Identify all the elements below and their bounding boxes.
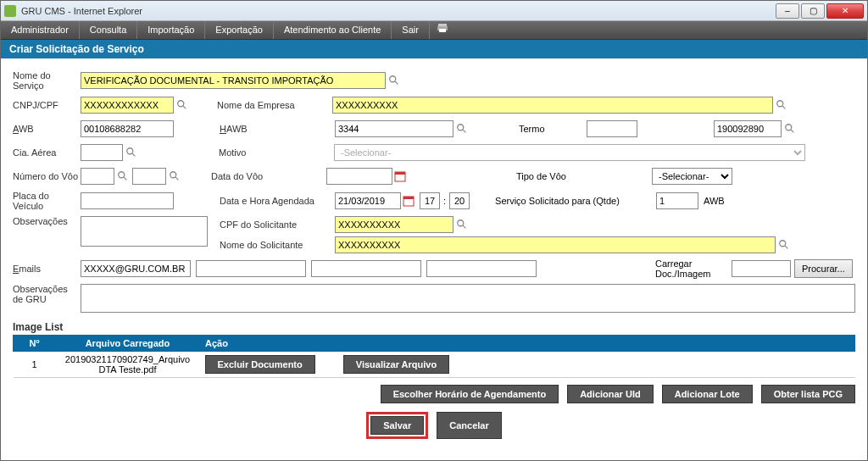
termo-right-field[interactable] (714, 120, 782, 137)
time-colon: : (443, 196, 446, 206)
adicionar-uld-button[interactable]: Adicionar Uld (567, 385, 654, 403)
print-icon[interactable] (430, 21, 455, 39)
label-nome-solicitante: Nome do Solicitante (216, 240, 335, 250)
salvar-button[interactable]: Salvar (370, 416, 424, 435)
email2-field[interactable] (196, 260, 306, 277)
table-row: 1 20190321170902749_Arquivo DTA Teste.pd… (14, 352, 855, 378)
search-icon[interactable] (778, 239, 790, 251)
hora-h-field[interactable] (420, 192, 440, 209)
menu-consulta[interactable]: Consulta (80, 21, 137, 39)
escolher-horario-button[interactable]: Escolher Horário de Agendamento (381, 385, 559, 403)
maximize-button[interactable]: ▢ (801, 3, 825, 19)
svg-point-13 (127, 148, 133, 154)
hawb-field[interactable] (335, 120, 453, 137)
label-cnpj: CNPJ/CPF (13, 100, 81, 110)
calendar-icon[interactable] (394, 170, 406, 182)
close-button[interactable]: ✕ (826, 3, 864, 19)
svg-line-14 (132, 153, 136, 157)
cancelar-button[interactable]: Cancelar (437, 412, 501, 439)
svg-point-7 (777, 101, 783, 107)
svg-point-5 (178, 101, 184, 107)
nome-empresa-field[interactable] (332, 97, 773, 114)
numero-voo-1-field[interactable] (81, 168, 114, 185)
obs-gru-field[interactable] (81, 284, 855, 313)
cell-file: 20190321170902749_Arquivo DTA Teste.pdf (56, 352, 200, 378)
search-icon[interactable] (776, 99, 787, 111)
menubar: Administrador Consulta Importação Export… (1, 21, 867, 40)
cnpj-field[interactable] (81, 97, 174, 114)
search-icon[interactable] (456, 219, 468, 230)
email3-field[interactable] (311, 260, 421, 277)
qtde-field[interactable] (656, 192, 698, 209)
svg-line-24 (463, 225, 466, 229)
label-awb-suffix: AWB (704, 196, 725, 206)
svg-line-10 (463, 130, 466, 133)
form-content: Nome do Serviço CNPJ/CPF Nome da Empresa… (1, 58, 867, 460)
svg-line-16 (124, 177, 127, 181)
excluir-button[interactable]: Excluir Documento (205, 355, 315, 374)
obter-pcg-button[interactable]: Obter lista PCG (761, 385, 855, 403)
email1-field[interactable] (81, 260, 191, 277)
svg-line-4 (395, 81, 398, 85)
save-highlight: Salvar (366, 412, 428, 439)
image-list-title: Image List (13, 321, 855, 333)
label-cpf-solicitante: CPF do Solicitante (216, 219, 335, 230)
svg-rect-0 (438, 24, 447, 26)
action-row: Escolher Horário de Agendamento Adiciona… (13, 385, 855, 403)
browse-button[interactable]: Procurar... (794, 259, 853, 278)
cia-aerea-field[interactable] (81, 144, 123, 161)
data-agendada-field[interactable] (335, 192, 401, 209)
svg-point-17 (170, 172, 176, 178)
search-icon[interactable] (784, 123, 796, 135)
menu-atendimento[interactable]: Atendimento ao Cliente (274, 21, 392, 39)
cpf-solicitante-field[interactable] (335, 216, 453, 233)
label-cia-aerea: Cia. Aérea (13, 147, 81, 158)
label-data-voo: Data do Vôo (208, 171, 326, 181)
calendar-icon[interactable] (403, 195, 415, 207)
svg-point-15 (119, 172, 125, 178)
search-icon[interactable] (125, 147, 137, 158)
search-icon[interactable] (169, 170, 181, 182)
page-title: Criar Solicitação de Serviço (1, 40, 867, 58)
observacoes-field[interactable] (81, 216, 208, 247)
placa-field[interactable] (81, 192, 174, 209)
label-nome-empresa: Nome da Empresa (214, 100, 332, 110)
numero-voo-2-field[interactable] (132, 168, 166, 185)
window-title: GRU CMS - Internet Explorer (21, 6, 776, 16)
menu-exportacao[interactable]: Exportação (205, 21, 274, 39)
svg-rect-2 (439, 29, 446, 32)
label-servico-qtde: Serviço Solicitado para (Qtde) (495, 196, 656, 206)
search-icon[interactable] (456, 123, 468, 135)
awb-field[interactable] (81, 120, 174, 137)
image-list-table: Nº Arquivo Carregado Ação 1 201903211709… (13, 335, 855, 378)
search-icon[interactable] (117, 170, 129, 182)
nome-servico-field[interactable] (81, 72, 386, 89)
svg-line-12 (791, 130, 794, 133)
data-voo-field[interactable] (326, 168, 392, 185)
menu-sair[interactable]: Sair (392, 21, 430, 39)
visualizar-button[interactable]: Visualizar Arquivo (343, 355, 449, 374)
svg-line-6 (183, 106, 186, 109)
menu-importacao[interactable]: Importação (137, 21, 205, 39)
favicon-icon (4, 5, 16, 17)
titlebar: GRU CMS - Internet Explorer – ▢ ✕ (1, 1, 867, 21)
svg-rect-22 (403, 197, 414, 199)
hora-m-field[interactable] (449, 192, 470, 209)
search-icon[interactable] (388, 75, 400, 86)
label-tipo-voo: Tipo de Vôo (516, 171, 601, 181)
svg-point-9 (458, 125, 464, 131)
nome-solicitante-field[interactable] (335, 236, 776, 253)
search-icon[interactable] (176, 99, 188, 111)
menu-administrador[interactable]: Administrador (1, 21, 80, 39)
motivo-select: -Selecionar- (334, 144, 805, 161)
adicionar-lote-button[interactable]: Adicionar Lote (662, 385, 753, 403)
tipo-voo-select[interactable]: -Selecionar- (652, 168, 732, 185)
doc-path-field[interactable] (732, 260, 791, 277)
svg-point-3 (390, 76, 396, 82)
email4-field[interactable] (426, 260, 537, 277)
termo-field[interactable] (587, 120, 637, 137)
label-data-hora: Data e Hora Agendada (216, 196, 335, 206)
minimize-button[interactable]: – (776, 3, 799, 19)
svg-point-11 (786, 125, 792, 131)
col-no: Nº (14, 336, 56, 352)
